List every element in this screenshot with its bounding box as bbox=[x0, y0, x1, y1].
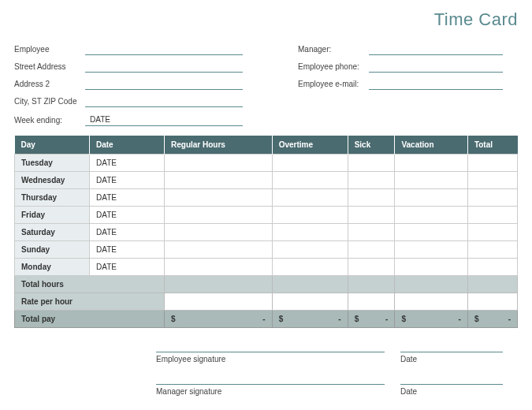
cell-sick[interactable] bbox=[348, 172, 395, 189]
timecard-table: Day Date Regular Hours Overtime Sick Vac… bbox=[14, 136, 518, 328]
label-week-ending: Week ending: bbox=[14, 116, 85, 126]
cell-overtime[interactable] bbox=[272, 259, 348, 276]
label-email: Employee e-mail: bbox=[298, 80, 369, 90]
cell-regular[interactable] bbox=[165, 224, 273, 241]
manager-signature-line[interactable]: Manager signature bbox=[156, 384, 385, 396]
table-row: WednesdayDATE bbox=[15, 172, 518, 189]
cell-sick[interactable] bbox=[348, 189, 395, 207]
cell-day: Friday bbox=[15, 207, 90, 224]
cell-vacation[interactable] bbox=[395, 224, 467, 241]
field-email[interactable] bbox=[369, 79, 503, 90]
week-ending-row: Week ending: DATE bbox=[14, 115, 518, 126]
cell-day: Thursday bbox=[15, 189, 90, 207]
field-city[interactable] bbox=[85, 96, 243, 107]
cell-sick[interactable] bbox=[348, 207, 395, 224]
cell-date[interactable]: DATE bbox=[90, 172, 165, 189]
cell-day: Wednesday bbox=[15, 172, 90, 189]
cell-overtime[interactable] bbox=[272, 155, 348, 172]
cell-vacation[interactable] bbox=[395, 189, 467, 207]
cell-rate-regular[interactable] bbox=[165, 293, 273, 311]
cell-regular[interactable] bbox=[165, 259, 273, 276]
cell-regular[interactable] bbox=[165, 241, 273, 259]
cell-overtime[interactable] bbox=[272, 224, 348, 241]
cell-date[interactable]: DATE bbox=[90, 224, 165, 241]
employee-date-line[interactable]: Date bbox=[400, 352, 503, 363]
field-address2[interactable] bbox=[85, 79, 243, 90]
cell-sick[interactable] bbox=[348, 259, 395, 276]
cell-sick[interactable] bbox=[348, 224, 395, 241]
field-week-ending[interactable]: DATE bbox=[85, 115, 243, 126]
cell-rate-overtime[interactable] bbox=[272, 293, 348, 311]
cell-overtime[interactable] bbox=[272, 189, 348, 207]
table-row: SundayDATE bbox=[15, 241, 518, 259]
cell-rate-sick[interactable] bbox=[348, 293, 395, 311]
cell-pay-overtime: $- bbox=[272, 311, 348, 328]
cell-total-vacation bbox=[395, 276, 467, 293]
cell-sick[interactable] bbox=[348, 241, 395, 259]
field-employee[interactable] bbox=[85, 44, 243, 55]
label-address2: Address 2 bbox=[14, 80, 85, 90]
label-employee: Employee bbox=[14, 45, 85, 55]
cell-total bbox=[467, 155, 517, 172]
cell-total bbox=[467, 207, 517, 224]
cell-pay-regular: $- bbox=[165, 311, 273, 328]
row-rate: Rate per hour bbox=[15, 293, 518, 311]
cell-date[interactable]: DATE bbox=[90, 259, 165, 276]
cell-regular[interactable] bbox=[165, 189, 273, 207]
cell-pay-vacation: $- bbox=[395, 311, 467, 328]
label-total-hours: Total hours bbox=[15, 276, 165, 293]
cell-date[interactable]: DATE bbox=[90, 207, 165, 224]
cell-regular[interactable] bbox=[165, 172, 273, 189]
cell-vacation[interactable] bbox=[395, 207, 467, 224]
row-total-hours: Total hours bbox=[15, 276, 518, 293]
employee-signature-line[interactable]: Employee signature bbox=[156, 352, 385, 363]
cell-vacation[interactable] bbox=[395, 259, 467, 276]
cell-date[interactable]: DATE bbox=[90, 155, 165, 172]
signature-block: Employee signature Date Manager signatur… bbox=[14, 352, 518, 396]
cell-regular[interactable] bbox=[165, 155, 273, 172]
cell-sick[interactable] bbox=[348, 155, 395, 172]
field-phone[interactable] bbox=[369, 62, 503, 73]
cell-date[interactable]: DATE bbox=[90, 241, 165, 259]
label-phone: Employee phone: bbox=[298, 62, 369, 73]
cell-rate-total bbox=[467, 293, 517, 311]
th-regular: Regular Hours bbox=[165, 136, 273, 155]
cell-vacation[interactable] bbox=[395, 172, 467, 189]
cell-pay-total: $- bbox=[467, 311, 517, 328]
row-total-pay: Total pay $- $- $- $- $- bbox=[15, 311, 518, 328]
cell-overtime[interactable] bbox=[272, 241, 348, 259]
label-street: Street Address bbox=[14, 62, 85, 73]
cell-overtime[interactable] bbox=[272, 172, 348, 189]
cell-total-regular bbox=[165, 276, 273, 293]
field-street[interactable] bbox=[85, 62, 243, 73]
table-row: SaturdayDATE bbox=[15, 224, 518, 241]
cell-pay-sick: $- bbox=[348, 311, 395, 328]
table-row: ThursdayDATE bbox=[15, 189, 518, 207]
cell-total bbox=[467, 224, 517, 241]
table-row: MondayDATE bbox=[15, 259, 518, 276]
cell-vacation[interactable] bbox=[395, 155, 467, 172]
cell-total bbox=[467, 259, 517, 276]
cell-total bbox=[467, 172, 517, 189]
cell-overtime[interactable] bbox=[272, 207, 348, 224]
cell-regular[interactable] bbox=[165, 207, 273, 224]
cell-total-total bbox=[467, 276, 517, 293]
table-row: FridayDATE bbox=[15, 207, 518, 224]
cell-vacation[interactable] bbox=[395, 241, 467, 259]
field-manager[interactable] bbox=[369, 44, 503, 55]
info-grid: Employee Manager: Street Address Employe… bbox=[14, 44, 518, 107]
label-city: City, ST ZIP Code bbox=[14, 97, 85, 107]
th-date: Date bbox=[90, 136, 165, 155]
th-vacation: Vacation bbox=[395, 136, 467, 155]
th-overtime: Overtime bbox=[272, 136, 348, 155]
label-total-pay: Total pay bbox=[15, 311, 165, 328]
th-sick: Sick bbox=[348, 136, 395, 155]
table-header-row: Day Date Regular Hours Overtime Sick Vac… bbox=[15, 136, 518, 155]
cell-total-sick bbox=[348, 276, 395, 293]
cell-date[interactable]: DATE bbox=[90, 189, 165, 207]
table-row: TuesdayDATE bbox=[15, 155, 518, 172]
manager-date-line[interactable]: Date bbox=[400, 384, 503, 396]
cell-total bbox=[467, 189, 517, 207]
cell-day: Sunday bbox=[15, 241, 90, 259]
cell-rate-vacation[interactable] bbox=[395, 293, 467, 311]
